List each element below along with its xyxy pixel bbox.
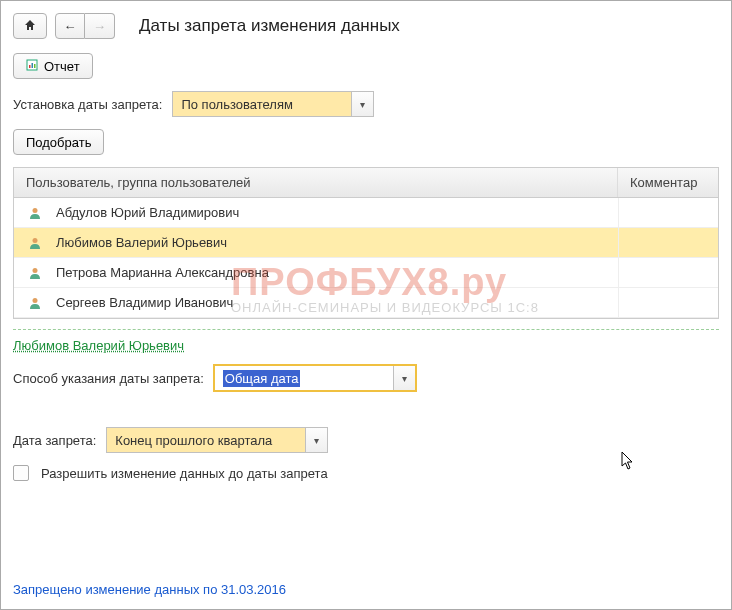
svg-rect-1	[29, 65, 31, 68]
method-value: Общая дата	[214, 365, 394, 391]
user-icon	[28, 236, 42, 250]
users-table: Пользователь, группа пользователей Комме…	[13, 167, 719, 319]
dropdown-button[interactable]: ▾	[306, 427, 328, 453]
table-row[interactable]: Петрова Марианна Александровна	[14, 258, 718, 288]
forward-button[interactable]: →	[85, 13, 115, 39]
svg-point-6	[33, 268, 38, 273]
home-button[interactable]	[13, 13, 47, 39]
chevron-down-icon: ▾	[402, 373, 407, 384]
install-mode-label: Установка даты запрета:	[13, 97, 162, 112]
dropdown-button[interactable]: ▾	[394, 365, 416, 391]
pick-button-label: Подобрать	[26, 135, 91, 150]
user-comment	[618, 288, 718, 317]
arrow-right-icon: →	[93, 19, 106, 34]
table-header: Пользователь, группа пользователей Комме…	[14, 168, 718, 198]
arrow-left-icon: ←	[64, 19, 77, 34]
column-user[interactable]: Пользователь, группа пользователей	[14, 168, 618, 197]
report-button-label: Отчет	[44, 59, 80, 74]
chevron-down-icon: ▾	[314, 435, 319, 446]
back-button[interactable]: ←	[55, 13, 85, 39]
report-icon	[26, 59, 38, 74]
user-comment	[618, 198, 718, 227]
method-select[interactable]: Общая дата ▾	[214, 365, 416, 391]
svg-point-7	[33, 298, 38, 303]
home-icon	[23, 18, 37, 35]
user-name: Петрова Марианна Александровна	[56, 265, 618, 280]
svg-rect-3	[34, 64, 36, 68]
pick-button[interactable]: Подобрать	[13, 129, 104, 155]
user-icon	[28, 206, 42, 220]
allow-edit-label: Разрешить изменение данных до даты запре…	[41, 466, 328, 481]
install-mode-select[interactable]: По пользователям ▾	[172, 91, 374, 117]
chevron-down-icon: ▾	[360, 99, 365, 110]
user-icon	[28, 296, 42, 310]
install-mode-value: По пользователям	[172, 91, 352, 117]
date-select[interactable]: Конец прошлого квартала ▾	[106, 427, 328, 453]
user-name: Сергеев Владимир Иванович	[56, 295, 618, 310]
column-comment[interactable]: Комментар	[618, 168, 718, 197]
svg-point-5	[33, 238, 38, 243]
page-title: Даты запрета изменения данных	[139, 16, 400, 36]
report-button[interactable]: Отчет	[13, 53, 93, 79]
section-divider	[13, 329, 719, 330]
allow-edit-checkbox[interactable]	[13, 465, 29, 481]
status-text: Запрещено изменение данных по 31.03.2016	[13, 582, 286, 597]
user-name: Абдулов Юрий Владимирович	[56, 205, 618, 220]
svg-rect-2	[32, 63, 34, 68]
user-name: Любимов Валерий Юрьевич	[56, 235, 618, 250]
method-label: Способ указания даты запрета:	[13, 371, 204, 386]
svg-point-4	[33, 208, 38, 213]
toolbar: ← → Даты запрета изменения данных	[13, 13, 719, 39]
date-value: Конец прошлого квартала	[106, 427, 306, 453]
table-row[interactable]: Абдулов Юрий Владимирович	[14, 198, 718, 228]
table-row[interactable]: Сергеев Владимир Иванович	[14, 288, 718, 318]
user-comment	[618, 258, 718, 287]
user-comment	[618, 228, 718, 257]
dropdown-button[interactable]: ▾	[352, 91, 374, 117]
date-label: Дата запрета:	[13, 433, 96, 448]
section-title: Любимов Валерий Юрьевич	[13, 338, 719, 353]
user-icon	[28, 266, 42, 280]
table-row[interactable]: Любимов Валерий Юрьевич	[14, 228, 718, 258]
